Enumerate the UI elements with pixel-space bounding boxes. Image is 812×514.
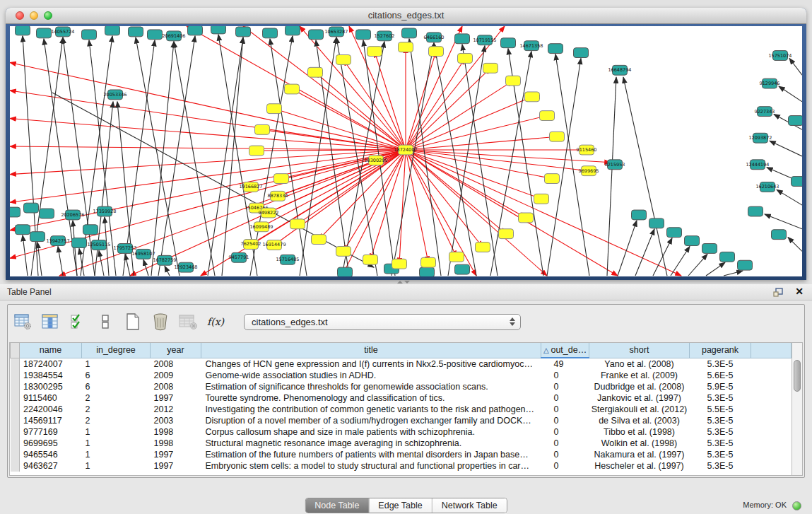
graph-node[interactable] bbox=[789, 116, 803, 126]
cell-out_degree[interactable]: 0 bbox=[541, 370, 589, 381]
cell-in_degree[interactable]: 2 bbox=[82, 392, 151, 404]
graph-node[interactable] bbox=[105, 26, 120, 35]
cell-title[interactable]: Estimation of the future numbers of pati… bbox=[201, 449, 541, 460]
cell-short[interactable]: Tibbo et al. (1998) bbox=[589, 426, 690, 438]
graph-node[interactable] bbox=[458, 54, 473, 64]
graph-node[interactable] bbox=[129, 27, 143, 37]
cell-out_degree[interactable]: 0 bbox=[541, 438, 589, 449]
graph-node[interactable] bbox=[548, 44, 563, 54]
cell-short[interactable]: Hescheler et al. (1997) bbox=[589, 460, 690, 472]
cell-out_degree[interactable]: 0 bbox=[541, 415, 589, 426]
cell-out_degree[interactable]: 0 bbox=[541, 426, 589, 438]
graph-node[interactable] bbox=[24, 203, 39, 213]
graph-node[interactable] bbox=[519, 213, 534, 223]
cell-name[interactable]: 9115460 bbox=[20, 392, 82, 404]
cell-name[interactable]: 9465546 bbox=[20, 449, 82, 460]
table-row[interactable]: 1456911722003Disruption of a novel membe… bbox=[11, 415, 792, 426]
cell-title[interactable]: Structural magnetic resonance image aver… bbox=[201, 438, 541, 449]
table-row[interactable]: 1872400712008Changes of HCN gene express… bbox=[11, 358, 792, 370]
cell-title[interactable]: Genome-wide association studies in ADHD. bbox=[201, 370, 541, 381]
graph-node[interactable] bbox=[16, 225, 30, 235]
graph-node[interactable] bbox=[188, 26, 203, 35]
cell-pagerank[interactable]: 5.3E-5 bbox=[690, 415, 751, 426]
show-columns-icon[interactable] bbox=[41, 313, 59, 331]
cell-short[interactable]: Dudbridge et al. (2008) bbox=[589, 381, 690, 392]
cell-short[interactable]: Franke et al. (2009) bbox=[589, 370, 690, 381]
cell-in_degree[interactable]: 1 bbox=[82, 460, 151, 472]
cell-year[interactable]: 1998 bbox=[151, 438, 201, 449]
cell-out_degree[interactable]: 0 bbox=[541, 404, 589, 415]
graph-node[interactable] bbox=[702, 244, 717, 254]
graph-node[interactable] bbox=[211, 26, 226, 34]
graph-node[interactable] bbox=[392, 259, 407, 269]
cell-title[interactable]: Embryonic stem cells: a model to study s… bbox=[201, 460, 541, 472]
graph-node[interactable] bbox=[421, 257, 436, 267]
graph-node[interactable] bbox=[338, 267, 353, 276]
graph-node[interactable] bbox=[236, 27, 251, 37]
graph-node[interactable] bbox=[545, 174, 560, 184]
graph-node[interactable] bbox=[574, 48, 589, 58]
graph-node[interactable] bbox=[483, 63, 498, 73]
graph-node[interactable] bbox=[336, 246, 351, 256]
cell-out_degree[interactable]: 0 bbox=[541, 392, 589, 404]
graph-node[interactable] bbox=[255, 124, 270, 134]
vertical-scrollbar[interactable] bbox=[792, 343, 802, 475]
cell-name[interactable]: 9463627 bbox=[20, 460, 82, 472]
select-rows-icon[interactable] bbox=[69, 313, 87, 331]
close-panel-icon[interactable]: ✕ bbox=[795, 286, 804, 297]
table-row[interactable]: 946362711997Embryonic stem cells: a mode… bbox=[11, 460, 792, 472]
cell-out_degree[interactable]: 49 bbox=[541, 358, 589, 370]
graph-node[interactable] bbox=[792, 177, 803, 187]
graph-node[interactable] bbox=[748, 206, 763, 216]
graph-node[interactable] bbox=[312, 235, 326, 245]
graph-node[interactable] bbox=[772, 230, 787, 240]
cell-name[interactable]: 9699695 bbox=[20, 438, 82, 449]
network-canvas[interactable]: 1405572420691406106532871527602646616010… bbox=[10, 26, 802, 276]
cell-year[interactable]: 2008 bbox=[151, 381, 201, 392]
graph-node[interactable] bbox=[525, 92, 540, 102]
graph-node[interactable] bbox=[290, 219, 305, 229]
cell-short[interactable]: Yano et al. (2008) bbox=[589, 358, 690, 370]
graph-node[interactable] bbox=[82, 30, 97, 40]
cell-name[interactable]: 14569117 bbox=[20, 415, 82, 426]
graph-node[interactable] bbox=[449, 252, 464, 262]
graph-node[interactable] bbox=[249, 146, 264, 156]
cell-in_degree[interactable]: 1 bbox=[82, 358, 151, 370]
cell-pagerank[interactable]: 5.3E-5 bbox=[690, 426, 751, 438]
cell-pagerank[interactable]: 5.6E-5 bbox=[690, 370, 751, 381]
network-graph[interactable]: 1405572420691406106532871527602646616010… bbox=[10, 26, 802, 276]
cell-title[interactable]: Tourette syndrome. Phenomenology and cla… bbox=[201, 392, 541, 404]
cell-name[interactable]: 22420046 bbox=[20, 404, 82, 415]
table-settings-icon[interactable] bbox=[13, 313, 32, 331]
delete-rows-icon[interactable] bbox=[151, 313, 170, 331]
cell-pagerank[interactable]: 5.5E-5 bbox=[690, 404, 751, 415]
column-header-out_degree[interactable]: △ out_de… bbox=[541, 343, 589, 358]
graph-node[interactable] bbox=[429, 47, 444, 57]
graph-node[interactable] bbox=[550, 132, 565, 141]
graph-node[interactable] bbox=[667, 228, 682, 238]
graph-node[interactable] bbox=[356, 30, 371, 40]
cell-title[interactable]: Estimation of significance thresholds fo… bbox=[201, 381, 541, 392]
column-header-title[interactable]: title bbox=[201, 343, 541, 358]
graph-node[interactable] bbox=[506, 76, 521, 86]
graph-node[interactable] bbox=[534, 194, 549, 204]
cell-year[interactable]: 1998 bbox=[151, 426, 201, 438]
column-header-pagerank[interactable]: pagerank bbox=[690, 343, 751, 358]
column-header-name[interactable]: name bbox=[20, 343, 82, 358]
table-row[interactable]: 969969511998Structural magnetic resonanc… bbox=[11, 438, 792, 449]
graph-node[interactable] bbox=[501, 38, 516, 48]
cell-title[interactable]: Changes of HCN gene expression and I(f) … bbox=[201, 358, 541, 370]
cell-pagerank[interactable]: 5.9E-5 bbox=[690, 381, 751, 392]
cell-name[interactable]: 18724007 bbox=[20, 358, 82, 370]
network-window-titlebar[interactable]: citations_edges.txt bbox=[6, 8, 806, 24]
column-header-year[interactable]: year bbox=[151, 343, 201, 358]
column-header-in_degree[interactable]: in_degree bbox=[82, 343, 151, 358]
cell-in_degree[interactable]: 1 bbox=[82, 426, 151, 438]
graph-node[interactable] bbox=[285, 84, 300, 94]
cell-in_degree[interactable]: 2 bbox=[82, 404, 151, 415]
graph-node[interactable] bbox=[274, 174, 289, 184]
new-table-icon[interactable] bbox=[124, 313, 142, 331]
graph-node[interactable] bbox=[40, 209, 54, 218]
graph-node[interactable] bbox=[16, 26, 30, 35]
graph-node[interactable] bbox=[649, 218, 664, 228]
